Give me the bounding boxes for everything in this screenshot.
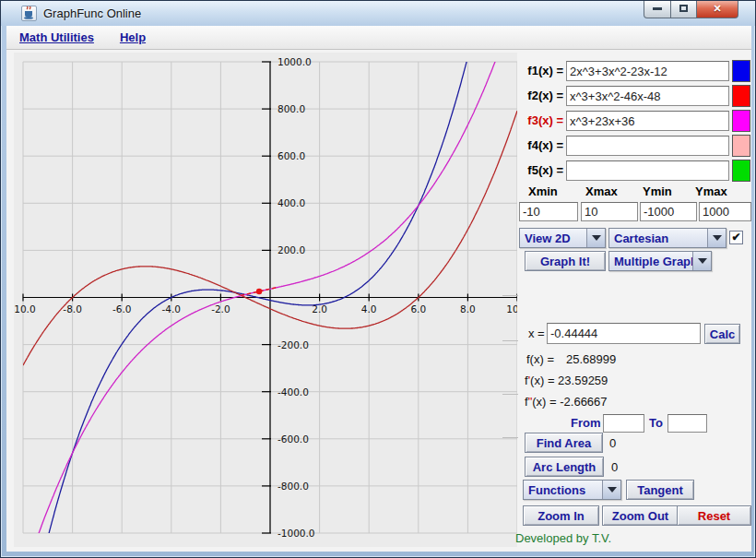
functions-combo-value: Functions [524,483,602,497]
arc-length-value: 0 [611,460,618,474]
svg-text:-1000.0: -1000.0 [278,528,315,539]
from-label: From [571,416,601,430]
svg-text:-10.0: -10.0 [14,303,36,315]
f3-color-swatch[interactable] [732,110,750,132]
reset-button[interactable]: Reset [677,505,751,526]
svg-text:-200.0: -200.0 [278,339,309,350]
svg-text:-800.0: -800.0 [278,481,309,492]
fdoubleprime-result-row: f"(x) = -2.66667 [519,395,751,410]
xmin-label: Xmin [528,184,558,198]
x-input[interactable] [547,323,701,344]
functions-row: Functions Tangent [519,480,751,501]
fx-result-row: f(x) = 25.68999 [519,352,751,367]
maximize-button[interactable] [671,1,697,18]
menu-help[interactable]: Help [120,30,146,44]
svg-text:8.0: 8.0 [460,303,476,315]
svg-text:6.0: 6.0 [410,303,426,315]
chevron-down-icon[interactable] [586,229,605,247]
divider [502,340,518,341]
maximize-icon [679,5,688,12]
f4-input[interactable] [566,136,729,156]
f2-input[interactable] [566,86,729,106]
to-label: To [649,416,663,430]
graph-svg[interactable]: -10.0-8.0-6.0-4.0-2.02.04.06.08.010.0100… [14,53,517,547]
ymax-input[interactable] [699,202,751,221]
xmin-input[interactable] [519,202,578,221]
close-icon: ✕ [713,3,721,14]
function-row-f5: f5(x) = [519,160,751,183]
function-row-f1: f1(x) = [519,61,751,83]
chevron-down-icon[interactable] [692,252,711,270]
f4-color-swatch[interactable] [732,135,750,157]
coordinate-combo[interactable]: Cartesian [608,228,726,248]
f5-input[interactable] [566,160,729,181]
f2-color-swatch[interactable] [732,85,750,107]
svg-text:1000.0: 1000.0 [278,56,312,67]
from-to-row: From To [519,414,751,433]
fdoubleprime-label: f"(x) = -2.66667 [525,395,608,409]
check-icon: ✔ [731,231,740,243]
fprime-label: f'(x) = 23.59259 [525,374,608,387]
axes-checkbox[interactable]: ✔ [729,231,743,244]
svg-text:-4.0: -4.0 [162,303,182,315]
chevron-down-icon[interactable] [707,229,726,247]
svg-text:4.0: 4.0 [361,303,377,315]
f1-label: f1(x) = [519,64,563,77]
f4-label: f4(x) = [519,138,563,152]
range-fields [519,202,751,222]
zoom-in-button[interactable]: Zoom In [523,505,599,526]
find-area-button[interactable]: Find Area [525,433,603,453]
f5-color-swatch[interactable] [732,160,750,182]
graph-panel: -10.0-8.0-6.0-4.0-2.02.04.06.08.010.0100… [14,53,517,547]
svg-text:800.0: 800.0 [278,103,305,114]
window-title: GraphFunc Online [43,6,141,20]
ymin-label: Ymin [643,184,672,198]
graph-it-button[interactable]: Graph It! [525,251,606,271]
multiple-graphs-combo[interactable]: Multiple Graphs [608,251,712,271]
xmax-input[interactable] [581,202,638,221]
x-label: x = [528,326,545,340]
close-button[interactable]: ✕ [697,1,738,18]
svg-text:600.0: 600.0 [278,150,305,161]
divider [502,394,518,395]
function-row-f4: f4(x) = [519,136,751,158]
arc-length-button[interactable]: Arc Length [525,457,604,477]
to-input[interactable] [667,414,707,433]
arc-length-row: Arc Length 0 [519,457,751,478]
minimize-icon [653,7,662,10]
divider [502,295,518,296]
chevron-down-icon[interactable] [602,481,620,499]
calc-button[interactable]: Calc [704,324,740,344]
f1-color-swatch[interactable] [732,60,750,82]
range-labels: Xmin Xmax Ymin Ymax [519,184,751,199]
zoom-out-button[interactable]: Zoom Out [602,505,679,526]
view-2d-combo[interactable]: View 2D [519,228,606,248]
f2-label: f2(x) = [519,89,563,102]
svg-text:10.0: 10.0 [506,303,517,315]
f1-input[interactable] [566,61,729,81]
fx-label: f(x) = [526,352,554,366]
from-input[interactable] [603,414,644,433]
fdoubleprime-value: -2.66667 [560,395,607,409]
app-window: GraphFunc Online ✕ Math Utilities Help -… [0,0,756,558]
fprime-result-row: f'(x) = 23.59259 [519,374,751,388]
svg-text:-400.0: -400.0 [278,386,309,398]
functions-combo[interactable]: Functions [523,480,621,500]
ymax-label: Ymax [695,184,727,198]
f3-input[interactable] [566,111,729,131]
ymin-input[interactable] [640,202,697,221]
zoom-row: Zoom In Zoom Out Reset [519,505,751,527]
view-2d-combo-value: View 2D [520,232,586,245]
function-row-f2: f2(x) = [519,86,751,108]
title-bar: GraphFunc Online ✕ [1,1,756,26]
fx-value: 25.68999 [566,352,616,366]
multiple-graphs-combo-value: Multiple Graphs [609,255,692,268]
f3-label: f3(x) = [519,113,563,127]
menu-math-utilities[interactable]: Math Utilities [19,30,94,44]
f5-label: f5(x) = [519,163,563,177]
tangent-button[interactable]: Tangent [626,480,694,500]
menu-bar: Math Utilities Help [6,26,751,50]
divider [502,437,518,438]
svg-text:200.0: 200.0 [278,244,305,255]
minimize-button[interactable] [644,1,671,18]
